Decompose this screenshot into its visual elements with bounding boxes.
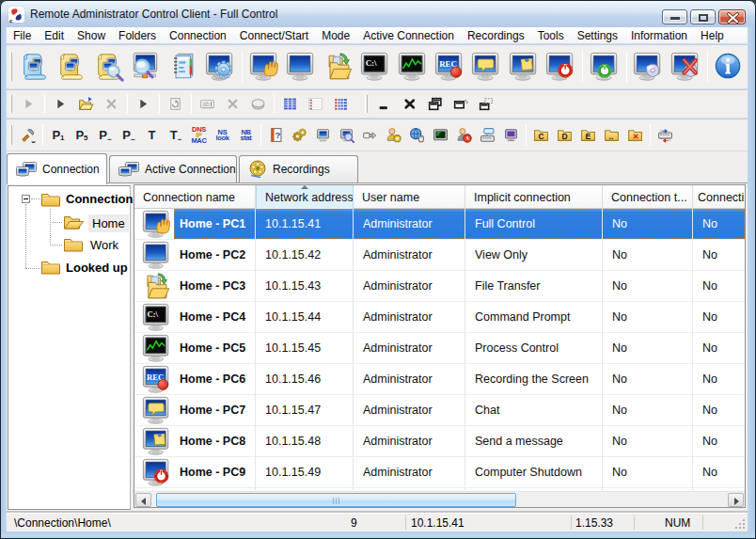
trace-button[interactable]: T [140, 123, 164, 148]
tile-vertical-button[interactable] [473, 92, 498, 117]
table-row-home-pc1[interactable]: Home - PC110.1.15.41AdministratorFull Co… [134, 209, 745, 240]
information-button[interactable] [711, 47, 748, 87]
table-row-home-pc2[interactable]: Home - PC210.1.15.42AdministratorView On… [134, 240, 745, 271]
ping-custom-button[interactable]: P... [93, 123, 117, 148]
dns-ip-mac-button[interactable]: DNSIPMAC [187, 123, 211, 148]
folder-drive-e-button[interactable]: E [576, 123, 600, 148]
connect-start-monitor-button[interactable] [586, 47, 622, 87]
table-row-home-pc8[interactable]: Home - PC810.1.15.48AdministratorSend a … [134, 426, 745, 457]
tab-recordings[interactable]: Recordings [239, 155, 358, 182]
folder-drive-c-button[interactable]: C [529, 123, 553, 148]
trace-custom-button[interactable]: T... [164, 123, 187, 148]
shutdown-monitor-button[interactable] [543, 47, 579, 87]
table-row-home-pc4[interactable]: C:\Home - PC410.1.15.44AdministratorComm… [134, 302, 745, 333]
find-connection-scroll-button[interactable] [90, 47, 127, 87]
tree-item-looked-up[interactable]: Looked up [66, 261, 128, 275]
grid-columns-blue-button[interactable] [277, 92, 303, 117]
menu-information[interactable]: Information [624, 27, 694, 44]
column-header-connection-name[interactable]: Connection name [134, 185, 256, 209]
tile-horizontal-button[interactable] [448, 92, 473, 117]
resize-grip[interactable] [733, 517, 746, 530]
menu-connect-start[interactable]: Connect/Start [233, 27, 315, 44]
command-prompt-button[interactable]: C:\ [356, 47, 393, 87]
play-disabled-button[interactable] [16, 92, 41, 117]
menu-mode[interactable]: Mode [315, 27, 356, 44]
folder-drive-dots-button[interactable]: .. [600, 123, 623, 148]
scrollbar-thumb[interactable] [156, 493, 516, 507]
menu-settings[interactable]: Settings [571, 27, 624, 44]
menu-folders[interactable]: Folders [112, 27, 163, 44]
menu-help[interactable]: Help [694, 27, 731, 44]
connection-scroll-yellow-button[interactable] [53, 47, 89, 87]
menu-show[interactable]: Show [71, 27, 112, 44]
send-message-monitor-button[interactable] [505, 47, 542, 87]
chat-monitor-button[interactable] [468, 47, 505, 87]
tree-expander-minus[interactable] [22, 195, 30, 203]
tab-active-connection[interactable]: Active Connection [109, 155, 237, 182]
tree-item-work[interactable]: Work [90, 238, 118, 252]
minimize-button[interactable] [662, 9, 687, 24]
refresh-disabled-button[interactable] [163, 92, 188, 117]
user-gear-button[interactable] [382, 123, 405, 148]
table-row-home-pc3[interactable]: Home - PC310.1.15.43AdministratorFile Tr… [134, 271, 745, 302]
menu-recordings[interactable]: Recordings [461, 27, 531, 44]
nb-stat-button[interactable]: NBstat [234, 123, 258, 148]
close-all-button[interactable] [397, 92, 422, 117]
keyboard-arrows-button[interactable] [654, 123, 677, 148]
ping-continuous-button[interactable]: P... [117, 123, 140, 148]
tools-dropdown-button[interactable] [16, 123, 39, 148]
terminal-green-button[interactable] [429, 123, 452, 148]
tree-item-home[interactable]: Home [88, 214, 129, 232]
plug-button[interactable] [358, 123, 382, 148]
menu-connection[interactable]: Connection [163, 27, 233, 44]
column-header-connecti-[interactable]: Connecti... [693, 185, 746, 209]
computer-small-button[interactable] [311, 123, 335, 148]
titlebar[interactable]: c Remote Administrator Control Client - … [1, 1, 755, 27]
keyboard-chat-button[interactable] [476, 123, 499, 148]
folder-drive-d-button[interactable]: D [553, 123, 576, 148]
minimize-all-button[interactable] [371, 92, 397, 117]
column-header-connection-t-[interactable]: Connection t... [603, 185, 693, 209]
column-header-implicit-connection[interactable]: Implicit connection [465, 185, 603, 209]
open-folder-small-button[interactable] [73, 92, 99, 117]
address-book-button[interactable]: ? [264, 123, 288, 148]
menu-file[interactable]: File [7, 27, 38, 44]
tree-item-connection[interactable]: Connection [66, 192, 134, 206]
ping-1-button[interactable]: P1 [46, 123, 70, 148]
user-clock-button[interactable] [452, 123, 476, 148]
play-button[interactable] [131, 92, 156, 117]
column-header-network-address[interactable]: Network address [256, 185, 354, 209]
recording-monitor-button[interactable]: REC [431, 47, 467, 87]
rename-disabled-button[interactable]: ab [195, 92, 220, 117]
connection-report-button[interactable] [165, 47, 201, 87]
column-header-user-name[interactable]: User name [354, 185, 465, 209]
computer-search-button[interactable] [335, 123, 358, 148]
view-only-monitor-button[interactable] [282, 47, 319, 87]
folder-drive-x-button[interactable]: ✕ [623, 123, 647, 148]
table-row-home-pc9[interactable]: Home - PC910.1.15.49AdministratorCompute… [134, 457, 745, 488]
process-control-monitor-button[interactable] [394, 47, 431, 87]
globe-mouse-button[interactable] [405, 123, 429, 148]
scroll-left-button[interactable] [135, 493, 151, 507]
close-button[interactable] [718, 9, 746, 24]
ns-lookup-button[interactable]: NSlook [211, 123, 234, 148]
tab-connection[interactable]: Connection [7, 153, 107, 184]
grid-dashed-button[interactable] [328, 92, 354, 117]
ping-5-button[interactable]: P5 [70, 123, 93, 148]
menu-tools[interactable]: Tools [531, 27, 571, 44]
new-connection-scroll-blue-button[interactable] [16, 47, 53, 87]
play-button[interactable] [48, 92, 73, 117]
search-network-monitor-button[interactable] [127, 47, 164, 87]
scroll-right-button[interactable] [728, 493, 744, 507]
table-row-home-pc7[interactable]: Home - PC710.1.15.47AdministratorChatNoN… [134, 395, 745, 426]
full-control-monitor-button[interactable] [245, 47, 282, 87]
file-transfer-folder-button[interactable] [320, 47, 356, 87]
delete-x-disabled-button[interactable] [99, 92, 124, 117]
grid-rows-white-button[interactable] [303, 92, 328, 117]
install-cd-monitor-button[interactable] [630, 47, 667, 87]
menu-active-connection[interactable]: Active Connection [356, 27, 461, 44]
menu-edit[interactable]: Edit [38, 27, 71, 44]
gears-button[interactable] [288, 123, 311, 148]
delete-x-disabled-button[interactable] [220, 92, 245, 117]
connection-settings-monitor-button[interactable] [201, 47, 238, 87]
